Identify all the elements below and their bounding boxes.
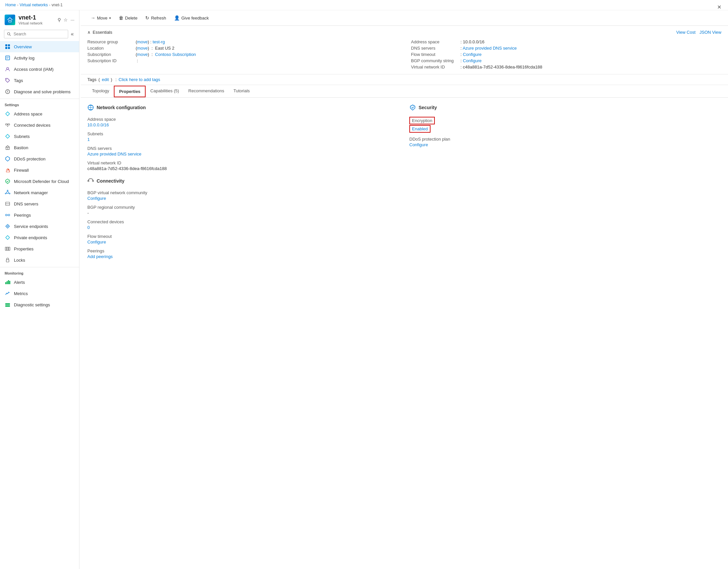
close-button[interactable]: ✕ (717, 4, 721, 10)
sidebar-item-firewall[interactable]: Firewall (0, 164, 79, 176)
sidebar-item-label: Peerings (14, 213, 31, 218)
tags-row: Tags (edit) : Click here to add tags (81, 74, 728, 85)
rg-value-link[interactable]: test-rg (153, 39, 165, 44)
tags-colon: : (114, 77, 116, 82)
essentials-actions: View Cost JSON View (676, 30, 721, 35)
svg-rect-14 (8, 124, 10, 125)
tab-topology[interactable]: Topology (87, 85, 114, 97)
sidebar-item-subnets[interactable]: Subnets (0, 131, 79, 142)
sidebar-item-network-manager[interactable]: Network manager (0, 187, 79, 198)
dns-value-link[interactable]: Azure provided DNS service (463, 46, 517, 51)
tab-capabilities[interactable]: Capabilities (5) (146, 85, 184, 97)
json-view-link[interactable]: JSON View (700, 30, 721, 35)
tab-tutorials[interactable]: Tutorials (229, 85, 254, 97)
sub-move-link[interactable]: move (137, 52, 148, 57)
prop-connected-link[interactable]: 0 (87, 225, 90, 230)
move-button[interactable]: → Move ▾ (87, 14, 114, 22)
sidebar-item-overview[interactable]: Overview (0, 41, 79, 52)
prop-ddos-plan: DDoS protection plan Configure (409, 137, 721, 147)
sidebar-item-service-endpoints[interactable]: Service endpoints (0, 221, 79, 232)
sidebar-item-peerings[interactable]: Peerings (0, 209, 79, 221)
locks-icon (5, 257, 11, 263)
svg-rect-4 (8, 47, 10, 49)
resource-type: Virtual network (19, 21, 43, 25)
metrics-icon (5, 290, 11, 296)
prop-label-dns: DNS servers (87, 146, 399, 151)
prop-subnets-link[interactable]: 1 (87, 137, 90, 142)
sidebar-item-metrics[interactable]: Metrics (0, 288, 79, 299)
pin-icon[interactable]: ⚲ (58, 17, 61, 22)
essentials-key-location: Location (87, 46, 134, 51)
essentials-collapse-icon[interactable]: ∧ (87, 30, 91, 35)
prop-label-ddos: DDoS protection plan (409, 137, 721, 142)
prop-flow-link[interactable]: Configure (87, 240, 106, 244)
feedback-button[interactable]: 👤 Give feedback (171, 14, 212, 22)
svg-rect-38 (5, 282, 6, 284)
svg-line-26 (9, 193, 9, 193)
prop-ddos-link[interactable]: Configure (409, 142, 428, 147)
flow-value-link[interactable]: Configure (463, 52, 481, 57)
rg-move-link[interactable]: move (137, 39, 148, 44)
sidebar-item-private-endpoints[interactable]: Private endpoints (0, 232, 79, 243)
prop-bgp-vnet-link[interactable]: Configure (87, 196, 106, 201)
sidebar-item-label: Activity log (14, 56, 34, 61)
sub-value-link[interactable]: Contoso Subscription (155, 52, 196, 57)
sidebar-item-bastion[interactable]: Bastion (0, 142, 79, 153)
essentials-val-location: (move) : East US 2 (136, 46, 174, 51)
peerings-icon (5, 212, 11, 218)
prop-val-bgp-vnet: Configure (87, 196, 399, 201)
breadcrumb-current: vnet-1 (52, 3, 63, 7)
svg-rect-37 (6, 260, 9, 262)
sidebar-item-dns-servers[interactable]: DNS servers (0, 198, 79, 209)
encryption-value-link[interactable]: Enabled (409, 125, 431, 133)
prop-val-address: 10.0.0.0/16 (87, 122, 399, 127)
sidebar-item-label: Firewall (14, 168, 29, 173)
dns-servers-icon (5, 201, 11, 207)
collapse-sidebar-icon[interactable]: « (69, 30, 75, 38)
sidebar-item-label: Diagnose and solve problems (14, 89, 70, 94)
sidebar-item-label: Subnets (14, 134, 30, 139)
sidebar-item-address-space[interactable]: Address space (0, 108, 79, 119)
bgp-value-link[interactable]: Configure (463, 58, 481, 63)
prop-label-bgp-regional: BGP regional community (87, 205, 399, 210)
delete-button[interactable]: 🗑 Delete (115, 14, 141, 22)
breadcrumb-virtual-networks[interactable]: Virtual networks (20, 3, 48, 7)
tags-paren-close: ) (111, 77, 112, 82)
more-icon[interactable]: ··· (70, 17, 74, 22)
search-input[interactable] (4, 30, 68, 38)
location-move-link[interactable]: move (137, 46, 148, 51)
sidebar-item-locks[interactable]: Locks (0, 254, 79, 266)
svg-rect-13 (6, 124, 7, 125)
refresh-button[interactable]: ↻ Refresh (142, 14, 169, 22)
svg-point-33 (7, 226, 8, 227)
tags-add-link[interactable]: Click here to add tags (118, 77, 160, 82)
svg-point-24 (5, 193, 6, 194)
sidebar-nav: Overview Activity log Access control (IA… (0, 41, 79, 569)
view-cost-link[interactable]: View Cost (676, 30, 695, 35)
sidebar-item-diagnostic-settings[interactable]: Diagnostic settings (0, 299, 79, 310)
prop-dns-link[interactable]: Azure provided DNS service (87, 152, 141, 156)
sidebar-item-label: Service endpoints (14, 224, 48, 229)
prop-address-link[interactable]: 10.0.0.0/16 (87, 122, 109, 127)
sidebar-item-alerts[interactable]: Alerts (0, 277, 79, 288)
sidebar-item-connected-devices[interactable]: Connected devices (0, 119, 79, 131)
svg-rect-41 (9, 281, 10, 284)
sidebar-item-defender[interactable]: Microsoft Defender for Cloud (0, 176, 79, 187)
sidebar-item-label: DDoS protection (14, 156, 45, 161)
move-dropdown-icon: ▾ (109, 16, 111, 20)
tab-recommendations[interactable]: Recommendations (184, 85, 229, 97)
prop-peerings-link[interactable]: Add peerings (87, 254, 113, 259)
essentials-row-subid: Subscription ID : (87, 58, 398, 64)
bastion-icon (5, 145, 11, 151)
sidebar-item-properties[interactable]: Properties (0, 243, 79, 254)
sidebar-item-diagnose[interactable]: Diagnose and solve problems (0, 86, 79, 97)
breadcrumb-home[interactable]: Home (5, 3, 16, 7)
tags-edit-link[interactable]: edit (102, 77, 109, 82)
favorite-icon[interactable]: ☆ (64, 17, 68, 22)
sidebar-item-access-control[interactable]: Access control (IAM) (0, 64, 79, 75)
sidebar-item-tags[interactable]: Tags (0, 75, 79, 86)
tab-properties[interactable]: Properties (114, 86, 146, 97)
svg-point-22 (7, 190, 8, 191)
sidebar-item-ddos-protection[interactable]: DDoS protection (0, 153, 79, 164)
sidebar-item-activity-log[interactable]: Activity log (0, 52, 79, 64)
